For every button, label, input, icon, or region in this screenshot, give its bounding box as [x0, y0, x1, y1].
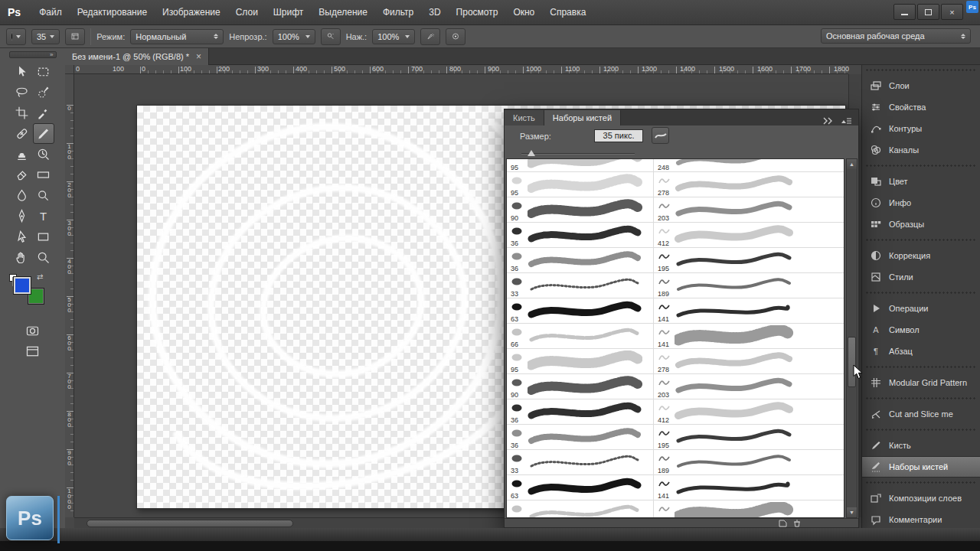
menu-item-редактирование[interactable]: Редактирование	[70, 0, 155, 25]
move-tool[interactable]	[11, 61, 33, 82]
dock-item-info[interactable]: Инфо	[862, 192, 980, 214]
brush-panel-toggle-button[interactable]	[65, 28, 85, 45]
brush-preset[interactable]: 33	[507, 273, 654, 298]
menu-item-слои[interactable]: Слои	[228, 0, 266, 25]
pen-tool[interactable]	[11, 206, 33, 227]
menu-item-окно[interactable]: Окно	[505, 0, 542, 25]
dock-item-styles[interactable]: Стили	[862, 266, 980, 288]
menu-item-фильтр[interactable]: Фильтр	[375, 0, 421, 25]
scrollbar-thumb[interactable]	[87, 520, 293, 527]
scroll-up-arrow[interactable]: ▲	[847, 159, 857, 169]
brush-preset[interactable]: 278	[654, 172, 844, 197]
brush-preset[interactable]: 36	[507, 248, 654, 273]
menu-item-справка[interactable]: Справка	[542, 0, 593, 25]
dock-item-layers[interactable]: Слои	[862, 75, 980, 96]
close-button[interactable]: ×	[941, 4, 963, 20]
minimize-button[interactable]	[893, 4, 916, 20]
eyedropper-tool[interactable]	[33, 103, 54, 123]
brush-size-field[interactable]: 35	[31, 29, 60, 44]
bristle-preview-button[interactable]	[652, 127, 669, 144]
brush-preset[interactable]: 63	[507, 298, 654, 324]
dock-item-color[interactable]: Цвет	[862, 171, 980, 192]
dock-item-grid[interactable]: Modular Grid Pattern	[862, 372, 980, 393]
dock-group-handle[interactable]	[862, 288, 980, 298]
dock-group-handle[interactable]	[862, 65, 980, 75]
menu-item-изображение[interactable]: Изображение	[155, 0, 228, 25]
shape-tool[interactable]	[33, 227, 54, 247]
gradient-tool[interactable]	[33, 165, 54, 185]
brush-preset[interactable]: 141	[654, 500, 844, 518]
opacity-select[interactable]: 100%	[273, 29, 315, 44]
workspace-select[interactable]: Основная рабочая среда	[821, 28, 971, 44]
dock-item-brushp[interactable]: Кисть	[862, 435, 980, 456]
dock-group-handle[interactable]	[862, 235, 980, 245]
scrollbar-thumb[interactable]	[848, 337, 856, 387]
marquee-tool[interactable]	[33, 61, 54, 82]
menu-item-выделение[interactable]: Выделение	[311, 0, 375, 25]
preset-list-scrollbar[interactable]: ▲ ▼	[846, 158, 858, 518]
brush-preset[interactable]: 66	[507, 500, 654, 518]
tab-close-icon[interactable]: ×	[196, 51, 201, 62]
new-preset-icon[interactable]	[779, 520, 787, 527]
menu-item-файл[interactable]: Файл	[31, 0, 70, 25]
scroll-down-arrow[interactable]: ▼	[847, 507, 857, 517]
pressure-opacity-button[interactable]	[321, 28, 341, 45]
dock-item-layercomps[interactable]: Композиции слоев	[862, 487, 980, 509]
brush-preset[interactable]: 189	[654, 273, 844, 298]
brush-preset[interactable]: 90	[507, 374, 654, 399]
brush-preset[interactable]: 36	[507, 399, 654, 425]
foreground-color-swatch[interactable]	[14, 277, 31, 294]
size-value-field[interactable]: 35 пикс.	[594, 129, 643, 142]
slider-thumb[interactable]	[528, 150, 535, 156]
size-slider[interactable]	[521, 151, 635, 157]
dodge-tool[interactable]	[33, 185, 54, 206]
dock-group-handle[interactable]	[862, 362, 980, 372]
eraser-tool[interactable]	[11, 165, 33, 185]
clone-stamp-tool[interactable]	[11, 144, 33, 165]
panel-collapse-icon[interactable]	[822, 117, 834, 125]
dock-item-brushes[interactable]: Наборы кистей	[862, 456, 980, 478]
dock-group-handle[interactable]	[862, 478, 980, 487]
quick-selection-tool[interactable]	[33, 82, 54, 103]
brush-preset[interactable]: 36	[507, 425, 654, 450]
brush-preset[interactable]: 412	[654, 399, 844, 425]
brush-preset[interactable]: 412	[654, 223, 844, 248]
brush-preset[interactable]: 203	[654, 197, 844, 223]
zoom-tool[interactable]	[33, 247, 54, 268]
pressure-size-button[interactable]	[446, 28, 466, 45]
menu-item-просмотр[interactable]: Просмотр	[449, 0, 506, 25]
airbrush-button[interactable]	[420, 28, 440, 45]
tool-preset-picker-button[interactable]	[6, 28, 26, 45]
dock-item-properties[interactable]: Свойства	[862, 96, 980, 118]
dock-group-handle[interactable]	[862, 161, 980, 171]
brush-preset[interactable]: 278	[654, 349, 844, 374]
dock-item-actions[interactable]: Операции	[862, 298, 980, 319]
menu-item-шрифт[interactable]: Шрифт	[266, 0, 311, 25]
dock-item-paragraph[interactable]: ¶Абзац	[862, 341, 980, 362]
dock-item-glyphA[interactable]: AСимвол	[862, 319, 980, 341]
brush-preset[interactable]: 141	[654, 475, 844, 500]
mode-select[interactable]: Нормальный	[130, 29, 224, 44]
brush-preset[interactable]: 36	[507, 223, 654, 248]
ruler-corner[interactable]	[65, 65, 74, 74]
screen-mode-icon[interactable]	[24, 344, 41, 360]
brush-preset[interactable]: 248	[654, 158, 844, 172]
brush-preset[interactable]: 203	[654, 374, 844, 399]
dock-item-adjust[interactable]: Коррекция	[862, 245, 980, 266]
brush-tool[interactable]	[33, 123, 54, 144]
healing-brush-tool[interactable]	[11, 123, 33, 144]
brush-preset[interactable]: 66	[507, 324, 654, 349]
dock-item-slice[interactable]: Cut and Slice me	[862, 403, 980, 425]
brush-preset[interactable]: 95	[507, 158, 654, 172]
maximize-button[interactable]	[917, 4, 939, 20]
brush-preset[interactable]: 90	[507, 197, 654, 223]
brush-preset[interactable]: 195	[654, 248, 844, 273]
brush-preset[interactable]: 189	[654, 450, 844, 475]
dock-group-handle[interactable]	[862, 425, 980, 435]
crop-tool[interactable]	[11, 103, 33, 123]
quick-mask-icon[interactable]	[24, 323, 41, 339]
dock-item-channels[interactable]: Каналы	[862, 139, 980, 161]
brush-preset[interactable]: 63	[507, 475, 654, 500]
history-brush-tool[interactable]	[33, 144, 54, 165]
toolbar-collapse-handle[interactable]: »	[9, 51, 57, 58]
